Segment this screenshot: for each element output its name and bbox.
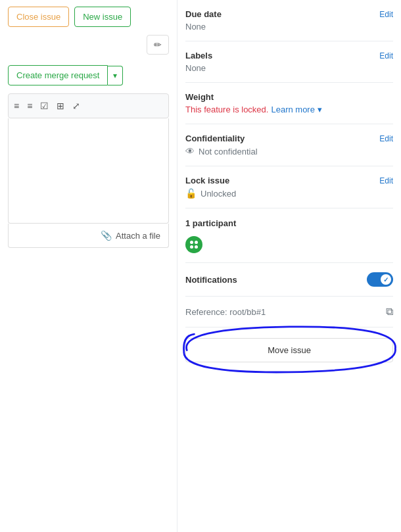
- labels-edit-button[interactable]: Edit: [379, 51, 393, 60]
- reference-text: Reference: root/bb#1: [185, 307, 266, 317]
- merge-request-row: Create merge request ▾: [8, 65, 169, 85]
- reference-row: Reference: root/bb#1 ⧉: [185, 306, 393, 318]
- merge-request-dropdown-button[interactable]: ▾: [108, 66, 123, 85]
- avatar-dot: [195, 245, 198, 249]
- confidentiality-edit-button[interactable]: Edit: [379, 134, 393, 143]
- participants-section: 1 participant: [185, 208, 393, 263]
- avatar-dot: [195, 241, 198, 244]
- lock-issue-label: Lock issue: [185, 176, 229, 185]
- close-issue-button[interactable]: Close issue: [8, 7, 69, 27]
- labels-section: Labels Edit None: [185, 41, 393, 83]
- chevron-down-icon: ▾: [318, 105, 322, 114]
- lock-issue-header: Lock issue Edit: [185, 176, 393, 185]
- lock-issue-section: Lock issue Edit 🔓 Unlocked: [185, 166, 393, 208]
- confidentiality-value: Not confidential: [199, 147, 258, 157]
- new-issue-button[interactable]: New issue: [74, 7, 131, 27]
- due-date-value: None: [185, 22, 393, 32]
- toggle-knob: ✓: [381, 274, 391, 285]
- editor-area[interactable]: [8, 118, 169, 224]
- copy-icon[interactable]: ⧉: [386, 306, 393, 318]
- edit-button-row: ✏: [8, 35, 169, 55]
- top-buttons: Close issue New issue: [8, 7, 169, 27]
- avatar-dots: [187, 238, 200, 251]
- lock-issue-value: Unlocked: [200, 189, 236, 199]
- weight-locked-row: This feature is locked. Learn more ▾: [185, 105, 393, 114]
- move-issue-button[interactable]: Move issue: [185, 338, 393, 362]
- due-date-label: Due date: [185, 9, 222, 19]
- editor-container: ≡ ≡ ☑ ⊞ ⤢ 📎 Attach a file: [8, 93, 169, 248]
- labels-label: Labels: [185, 51, 212, 60]
- avatar-dot: [190, 241, 193, 244]
- confidentiality-value-row: 👁 Not confidential: [185, 146, 393, 157]
- weight-header: Weight: [185, 92, 393, 102]
- participant-avatar: [185, 236, 202, 253]
- due-date-edit-button[interactable]: Edit: [379, 10, 393, 19]
- labels-header: Labels Edit: [185, 51, 393, 60]
- lock-issue-value-row: 🔓 Unlocked: [185, 188, 393, 199]
- notifications-label: Notifications: [185, 275, 237, 285]
- expand-icon[interactable]: ⤢: [72, 101, 80, 111]
- move-issue-wrapper: Move issue: [185, 338, 393, 362]
- due-date-header: Due date Edit: [185, 9, 393, 19]
- confidentiality-header: Confidentiality Edit: [185, 133, 393, 143]
- weight-section: Weight This feature is locked. Learn mor…: [185, 83, 393, 124]
- participants-label: 1 participant: [185, 218, 236, 228]
- left-panel: Close issue New issue ✏ Create merge req…: [0, 0, 177, 532]
- move-issue-section: Move issue: [185, 327, 393, 373]
- confidentiality-label: Confidentiality: [185, 133, 245, 143]
- right-panel: Due date Edit None Labels Edit None Weig…: [177, 0, 401, 532]
- reference-section: Reference: root/bb#1 ⧉: [185, 297, 393, 327]
- attach-file-icon: 📎: [101, 230, 112, 241]
- editor-toolbar: ≡ ≡ ☑ ⊞ ⤢: [8, 93, 169, 118]
- table-icon[interactable]: ⊞: [57, 101, 64, 111]
- notifications-toggle[interactable]: ✓: [367, 272, 393, 287]
- weight-label: Weight: [185, 92, 214, 102]
- labels-value: None: [185, 63, 393, 73]
- create-merge-request-button[interactable]: Create merge request: [8, 65, 108, 85]
- unordered-list-icon[interactable]: ≡: [14, 101, 19, 111]
- eye-icon: 👁: [185, 146, 195, 157]
- toggle-check-icon: ✓: [383, 276, 389, 283]
- pencil-edit-button[interactable]: ✏: [147, 35, 169, 55]
- confidentiality-section: Confidentiality Edit 👁 Not confidential: [185, 124, 393, 166]
- avatar-dot: [190, 245, 193, 249]
- lock-icon: 🔓: [185, 188, 197, 199]
- lock-issue-edit-button[interactable]: Edit: [379, 176, 393, 185]
- task-list-icon[interactable]: ☑: [40, 101, 49, 111]
- notifications-section: Notifications ✓: [185, 263, 393, 297]
- ordered-list-icon[interactable]: ≡: [27, 101, 32, 111]
- weight-learn-more-link[interactable]: Learn more: [271, 105, 314, 114]
- attach-file-label: Attach a file: [116, 231, 160, 241]
- attach-file-row[interactable]: 📎 Attach a file: [8, 224, 169, 248]
- due-date-section: Due date Edit None: [185, 0, 393, 41]
- weight-locked-text: This feature is locked.: [185, 105, 268, 114]
